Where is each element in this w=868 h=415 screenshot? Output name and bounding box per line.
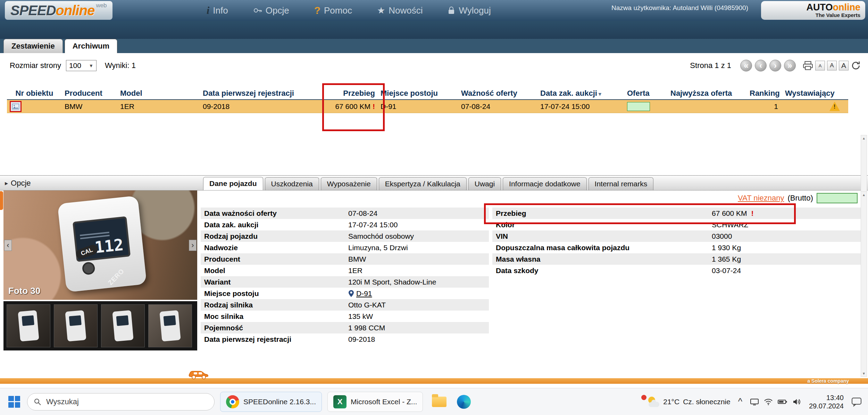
location-link[interactable]: D-91 (356, 289, 372, 298)
tab-archiwum[interactable]: Archiwum (65, 39, 117, 53)
edge-icon[interactable] (457, 395, 471, 409)
col-najwyzsza-oferta[interactable]: Najwyższa oferta (668, 88, 747, 99)
question-icon: ? (314, 5, 320, 16)
cell-waznosc: 07-08-24 (458, 102, 537, 111)
detail-row: Data ważności oferty07-08-24 (201, 208, 489, 219)
menu-item-wyloguj[interactable]: Wyloguj (448, 5, 491, 16)
col-data-zak-aukcji[interactable]: Data zak. aukcji▾ (537, 88, 624, 99)
col-miejsce-postoju[interactable]: Miejsce postoju (378, 88, 458, 99)
select-caret-icon: ▼ (89, 63, 93, 68)
photo-thumbnail[interactable] (7, 304, 50, 347)
font-size-large-button[interactable]: A (839, 61, 849, 70)
results-count: Wyniki: 1 (105, 61, 136, 70)
speaker-icon[interactable] (792, 398, 801, 406)
photo-next-button[interactable]: › (189, 240, 197, 251)
menu-item-opcje[interactable]: Opcje (253, 5, 289, 16)
cell-data-zak: 17-07-24 15:00 (537, 102, 624, 111)
scroll-down-icon[interactable]: ▼ (862, 371, 866, 376)
notification-center-icon[interactable] (851, 397, 862, 407)
warning-icon: ! (829, 102, 840, 111)
tab-dane-pojazdu[interactable]: Dane pojazdu (203, 177, 263, 190)
menu-label: Pomoc (324, 5, 352, 16)
scroll-up-icon[interactable]: ▲ (862, 135, 866, 141)
star-icon: ★ (377, 5, 385, 16)
taskbar-app-label: SPEEDonline 2.16.3... (243, 398, 316, 406)
vat-line: VAT nieznany (Brutto) € (738, 193, 865, 203)
vat-status-link[interactable]: VAT nieznany (738, 194, 784, 203)
taskbar-app-excel[interactable]: X Microsoft Excel - Z... (327, 392, 423, 412)
offer-input[interactable] (627, 102, 650, 111)
detail-row: NadwozieLimuzyna, 5 Drzwi (201, 242, 489, 253)
options-toggle[interactable]: ▸ Opcje (5, 179, 31, 188)
col-wystawiajacy[interactable]: Wystawiający (782, 88, 848, 99)
col-nr-obiektu[interactable]: Nr obiektu (7, 88, 62, 99)
col-oferta[interactable]: Oferta (624, 88, 668, 99)
autoonline-logo: AUTOonline The Value Experts (761, 1, 865, 20)
photo-prev-button[interactable]: ‹ (4, 240, 12, 251)
next-page-button[interactable]: › (769, 60, 781, 71)
taskbar-search[interactable]: Wyszukaj (27, 393, 215, 410)
info-icon: i (207, 5, 209, 16)
col-ranking[interactable]: Ranking (747, 88, 782, 99)
tab-informacje-dodatkowe[interactable]: Informacje dodatkowe (503, 177, 586, 190)
offer-amount-input[interactable] (817, 193, 858, 203)
table-row[interactable]: BMW 1ER 09-2018 67 600 KM! D-91 07-08-24… (7, 100, 848, 113)
start-button[interactable] (8, 396, 20, 408)
tab-ekspertyza[interactable]: Ekspertyza / Kalkulacja (379, 177, 467, 190)
col-przebieg[interactable]: Przebieg (325, 88, 378, 99)
vehicle-photo[interactable]: 112 CAL ZERO Foto 30 ‹ › (3, 190, 197, 300)
tab-internal-remarks[interactable]: Internal remarks (589, 177, 654, 190)
windows-taskbar: Wyszukaj SPEEDonline 2.16.3... X Microso… (0, 388, 868, 415)
detail-row: Data zak. aukcji17-07-24 15:00 (201, 219, 489, 230)
font-size-small-button[interactable]: A (815, 61, 825, 70)
photo-thumbnail[interactable] (54, 304, 98, 347)
details-scrollbar[interactable]: ▲ ▼ (861, 192, 867, 377)
col-waznosc-oferty[interactable]: Ważność oferty (458, 88, 537, 99)
page-size-select[interactable]: 100 ▼ (66, 60, 97, 71)
mileage-warning-flag: ! (373, 102, 375, 110)
battery-icon[interactable] (778, 399, 787, 405)
subheader-strip (0, 21, 868, 39)
wifi-icon[interactable] (764, 398, 773, 406)
menu-item-pomoc[interactable]: ? Pomoc (314, 5, 352, 16)
weather-condition: Cz. słonecznie (683, 398, 731, 406)
export-icon[interactable] (803, 61, 813, 70)
car-doodle-icon (188, 368, 210, 382)
side-panel-handle[interactable] (0, 191, 3, 210)
detail-row: Masa własna1 365 Kg (492, 253, 867, 265)
taskbar-clock[interactable]: 13:40 29.07.2024 (809, 393, 844, 410)
menu-item-info[interactable]: i Info (207, 5, 228, 16)
display-cast-icon[interactable] (750, 398, 759, 406)
refresh-icon[interactable] (851, 60, 861, 71)
prev-page-button[interactable]: ‹ (755, 60, 767, 71)
taskbar-app-speedonline[interactable]: SPEEDonline 2.16.3... (220, 392, 322, 412)
first-page-button[interactable]: « (740, 60, 752, 71)
scroll-up-icon[interactable]: ▲ (862, 192, 866, 198)
notification-badge (641, 395, 646, 400)
last-page-button[interactable]: » (784, 60, 796, 71)
tray-expand-chevron[interactable]: ^ (738, 399, 742, 405)
tab-uszkodzenia[interactable]: Uszkodzenia (265, 177, 319, 190)
col-data-rejestracji[interactable]: Data pierwszej rejestracji (200, 88, 325, 99)
menu-item-nowosci[interactable]: ★ Nowości (377, 5, 423, 16)
weather-widget[interactable]: 21°CCz. słonecznie (639, 396, 730, 408)
photo-thumbnail[interactable] (101, 304, 145, 347)
col-model[interactable]: Model (117, 88, 200, 99)
tab-zestawienie[interactable]: Zestawienie (3, 39, 63, 53)
detail-row-przebieg: Przebieg 67 600 KM! (492, 208, 867, 219)
col-producent[interactable]: Producent (62, 88, 117, 99)
clock-date: 29.07.2024 (809, 402, 844, 410)
tab-uwagi[interactable]: Uwagi (468, 177, 501, 190)
tab-wyposazenie[interactable]: Wyposażenie (321, 177, 377, 190)
file-explorer-icon[interactable] (432, 397, 446, 407)
details-left-column: Data ważności oferty07-08-24 Data zak. a… (201, 208, 489, 345)
font-size-medium-button[interactable]: A (827, 61, 837, 70)
gauge-zero-label: ZERO (107, 267, 126, 287)
photo-thumbnail[interactable] (148, 304, 192, 347)
photo-thumbnail-strip (3, 301, 197, 350)
vat-suffix: (Brutto) (787, 194, 813, 203)
row-photo-icon[interactable] (10, 101, 22, 112)
detail-row: Moc silnika135 kW (201, 311, 489, 322)
page-info: Strona 1 z 1 (690, 61, 731, 70)
autoonline-tagline: The Value Experts (816, 12, 860, 18)
